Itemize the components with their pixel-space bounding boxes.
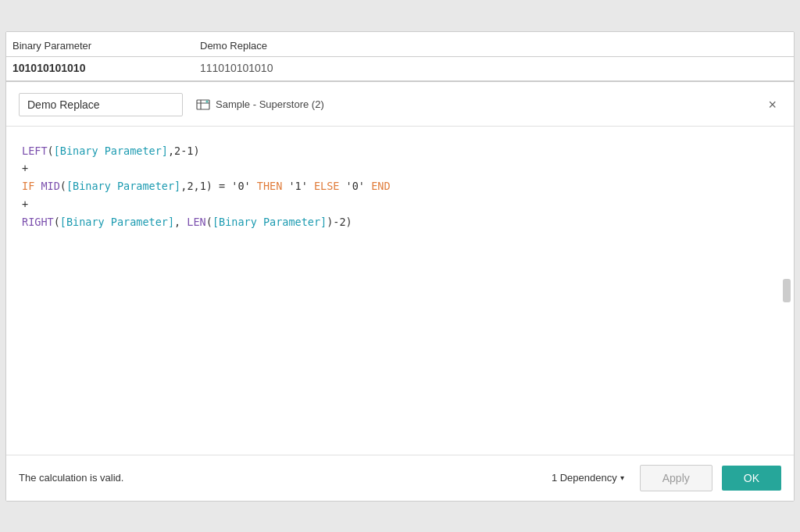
close-button[interactable]: × <box>763 96 781 113</box>
code-line-4: + <box>22 195 778 213</box>
dependency-button[interactable]: 1 Dependency ▾ <box>545 469 630 487</box>
table-header: Binary Parameter Demo Replace <box>6 32 794 57</box>
main-container: Binary Parameter Demo Replace 1010101010… <box>5 31 795 502</box>
col2-header: Demo Replace <box>194 32 794 56</box>
col1-header: Binary Parameter <box>6 32 194 56</box>
caret-icon: ▾ <box>620 473 624 482</box>
code-line-5: RIGHT([Binary Parameter], LEN([Binary Pa… <box>22 213 778 231</box>
code-line-2: + <box>22 159 778 177</box>
code-line-1: LEFT([Binary Parameter],2-1) <box>22 142 778 160</box>
dialog-footer: The calculation is valid. 1 Dependency ▾… <box>6 455 794 501</box>
svg-point-2 <box>206 101 207 102</box>
calc-dialog: Sample - Superstore (2) × LEFT([Binary P… <box>6 82 794 501</box>
apply-button[interactable]: Apply <box>640 465 712 491</box>
source-text: Sample - Superstore (2) <box>216 98 324 110</box>
code-editor[interactable]: LEFT([Binary Parameter],2-1) + IF MID([B… <box>6 127 794 455</box>
code-line-3: IF MID([Binary Parameter],2,1) = '0' THE… <box>22 177 778 195</box>
col2-value: 111010101010 <box>194 57 794 80</box>
data-source-label: Sample - Superstore (2) <box>195 97 751 112</box>
dependency-label: 1 Dependency <box>552 472 617 484</box>
ok-button[interactable]: OK <box>722 466 781 491</box>
validity-text: The calculation is valid. <box>19 472 536 484</box>
datasource-icon <box>195 97 211 112</box>
scrollbar-handle[interactable] <box>783 279 791 302</box>
dialog-title-bar: Sample - Superstore (2) × <box>6 82 794 127</box>
calc-name-input[interactable] <box>19 93 183 116</box>
col1-value: 101010101010 <box>6 57 194 80</box>
table-data-row: 101010101010 111010101010 <box>6 57 794 82</box>
